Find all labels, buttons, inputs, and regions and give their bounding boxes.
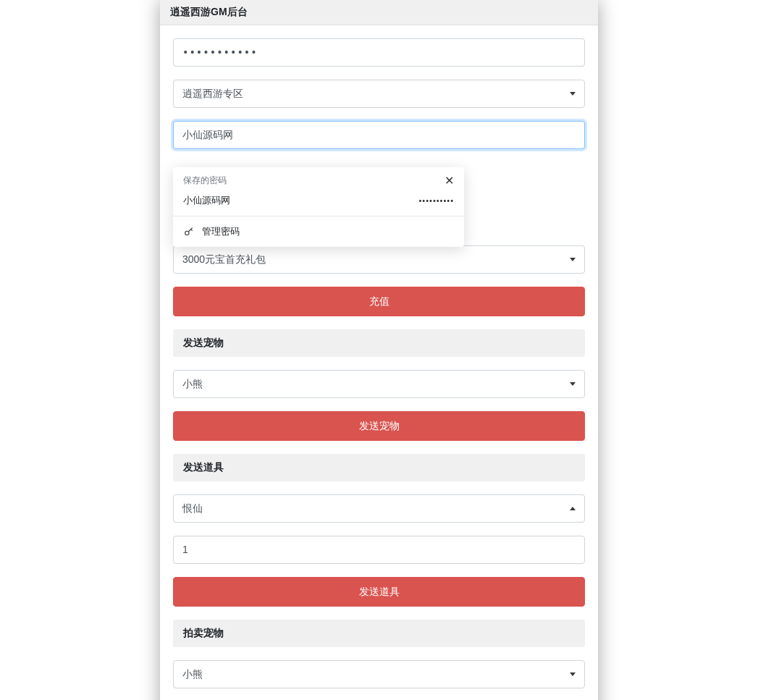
recharge-button-label: 充值 [369, 295, 389, 307]
send-item-button[interactable]: 发送道具 [173, 577, 585, 607]
recharge-select[interactable]: 3000元宝首充礼包 [173, 245, 585, 274]
auction-pet-section-header: 拍卖宠物 [173, 620, 585, 647]
send-item-button-label: 发送道具 [359, 586, 400, 597]
password-value: ••••••••••• [182, 46, 258, 58]
caret-down-icon [570, 258, 576, 261]
main-panel: 逍遥西游GM后台 ••••••••••• 逍遥西游专区 小仙源码网 保存的密码 … [160, 0, 598, 700]
page-title: 逍遥西游GM后台 [170, 6, 248, 17]
server-select-value: 逍遥西游专区 [182, 86, 243, 101]
saved-username: 小仙源码网 [183, 194, 230, 207]
manage-passwords-button[interactable]: 管理密码 [173, 216, 464, 247]
auction-pet-select-value: 小熊 [182, 667, 203, 682]
manage-passwords-label: 管理密码 [202, 225, 240, 238]
popup-header: 保存的密码 ✕ [173, 167, 464, 188]
content-area: ••••••••••• 逍遥西游专区 小仙源码网 保存的密码 ✕ 小仙源码网 •… [160, 25, 598, 700]
password-manager-popup: 保存的密码 ✕ 小仙源码网 •••••••••• 管理密码 [173, 167, 464, 247]
send-item-select[interactable]: 恨仙 [173, 494, 585, 523]
username-value: 小仙源码网 [182, 129, 233, 140]
send-item-quantity-input[interactable] [173, 536, 585, 564]
saved-password-item[interactable]: 小仙源码网 •••••••••• [173, 188, 464, 216]
send-pet-button-label: 发送宠物 [359, 420, 400, 431]
auction-pet-title: 拍卖宠物 [183, 627, 224, 638]
send-pet-button[interactable]: 发送宠物 [173, 411, 585, 441]
server-select[interactable]: 逍遥西游专区 [173, 80, 585, 108]
popup-title: 保存的密码 [183, 174, 227, 187]
caret-down-icon [570, 382, 576, 386]
saved-password-dots: •••••••••• [418, 196, 454, 205]
recharge-button[interactable]: 充值 [173, 287, 585, 316]
send-item-select-value: 恨仙 [182, 501, 203, 516]
caret-up-icon [570, 507, 576, 510]
key-icon [183, 226, 195, 237]
send-item-section-header: 发送道具 [173, 454, 585, 481]
close-icon[interactable]: ✕ [445, 175, 454, 187]
caret-down-icon [570, 672, 576, 676]
send-pet-select-value: 小熊 [182, 376, 203, 392]
auction-pet-select[interactable]: 小熊 [173, 660, 585, 688]
recharge-select-value: 3000元宝首充礼包 [182, 252, 266, 267]
caret-down-icon [570, 92, 576, 96]
password-input[interactable]: ••••••••••• [173, 38, 585, 67]
send-pet-select[interactable]: 小熊 [173, 370, 585, 398]
send-pet-title: 发送宠物 [183, 337, 224, 348]
send-pet-section-header: 发送宠物 [173, 329, 585, 357]
username-input[interactable]: 小仙源码网 [173, 121, 585, 149]
send-item-title: 发送道具 [183, 461, 224, 473]
page-header: 逍遥西游GM后台 [160, 0, 598, 25]
